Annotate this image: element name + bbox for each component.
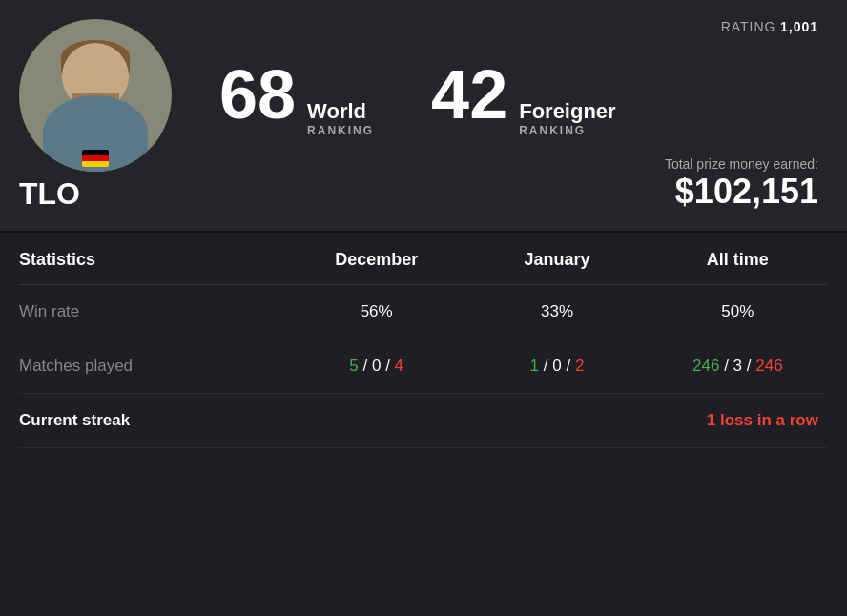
- prize-amount: $102,151: [675, 172, 818, 212]
- world-ranking-title: World: [307, 99, 374, 124]
- avatar-wrapper: [19, 19, 172, 172]
- win-rate-january: 33%: [466, 302, 647, 321]
- stats-table-header: Statistics December January All time: [19, 233, 828, 285]
- current-streak-row: Current streak 1 loss in a row: [19, 394, 828, 448]
- matches-all-losses: 246: [755, 357, 782, 375]
- matches-december: 5 / 0 / 4: [286, 357, 466, 376]
- matches-alltime: 246 / 3 / 246: [648, 357, 828, 376]
- rankings-area: RATING 1,001 68 World RANKING 42 Foreign…: [200, 19, 818, 212]
- stats-col-december: December: [286, 250, 466, 270]
- world-ranking-labels: World RANKING: [307, 99, 374, 137]
- stats-section: Statistics December January All time Win…: [0, 233, 847, 448]
- matches-jan-losses: 2: [575, 357, 584, 375]
- win-rate-alltime: 50%: [648, 302, 828, 321]
- current-streak-label: Current streak: [19, 411, 286, 430]
- matches-jan-draws: 0: [552, 357, 561, 375]
- world-ranking-sub: RANKING: [307, 124, 374, 137]
- avatar: [19, 19, 172, 172]
- rating-row: RATING 1,001: [219, 19, 818, 36]
- win-rate-december: 56%: [286, 302, 466, 321]
- player-name: TLO: [19, 176, 80, 211]
- matches-jan-sep1: /: [544, 357, 552, 375]
- prize-area: Total prize money earned: $102,151: [219, 156, 818, 212]
- matches-dec-sep2: /: [385, 357, 394, 375]
- stats-col-january: January: [466, 250, 647, 270]
- profile-section: RATING 1,001 68 World RANKING 42 Foreign…: [0, 0, 847, 233]
- matches-all-draws: 3: [733, 357, 742, 375]
- foreigner-ranking-sub: RANKING: [519, 124, 615, 137]
- matches-all-sep2: /: [747, 357, 755, 375]
- country-flag: [82, 150, 109, 167]
- stats-col-alltime: All time: [648, 250, 828, 270]
- foreigner-ranking: 42 Foreigner RANKING: [431, 60, 616, 137]
- matches-jan-wins: 1: [530, 357, 539, 375]
- world-ranking-number: 68: [219, 60, 296, 129]
- matches-january: 1 / 0 / 2: [466, 357, 647, 376]
- foreigner-ranking-labels: Foreigner RANKING: [519, 99, 615, 137]
- foreigner-ranking-number: 42: [431, 60, 507, 129]
- matches-all-sep1: /: [724, 357, 733, 375]
- stats-col-label: Statistics: [19, 250, 286, 270]
- foreigner-ranking-title: Foreigner: [519, 99, 615, 124]
- matches-all-wins: 246: [692, 357, 719, 375]
- win-rate-label: Win rate: [19, 302, 286, 321]
- world-ranking: 68 World RANKING: [219, 60, 374, 137]
- matches-dec-draws: 0: [372, 357, 381, 375]
- matches-jan-sep2: /: [566, 357, 574, 375]
- matches-dec-losses: 4: [395, 357, 403, 375]
- main-container: RATING 1,001 68 World RANKING 42 Foreign…: [0, 0, 847, 616]
- matches-played-label: Matches played: [19, 357, 286, 376]
- rankings-row: 68 World RANKING 42 Foreigner RANKING: [219, 60, 616, 137]
- flag-stripe-gold: [82, 161, 109, 167]
- player-info: TLO: [19, 176, 80, 212]
- matches-dec-sep1: /: [362, 357, 371, 375]
- streak-value: 1 loss in a row: [648, 411, 828, 430]
- rating-value: 1,001: [780, 19, 818, 36]
- matches-dec-wins: 5: [349, 357, 358, 375]
- rating-label: RATING: [721, 19, 776, 36]
- prize-label: Total prize money earned:: [665, 156, 818, 172]
- matches-played-row: Matches played 5 / 0 / 4 1 / 0 / 2 246 /…: [19, 339, 828, 394]
- win-rate-row: Win rate 56% 33% 50%: [19, 285, 828, 339]
